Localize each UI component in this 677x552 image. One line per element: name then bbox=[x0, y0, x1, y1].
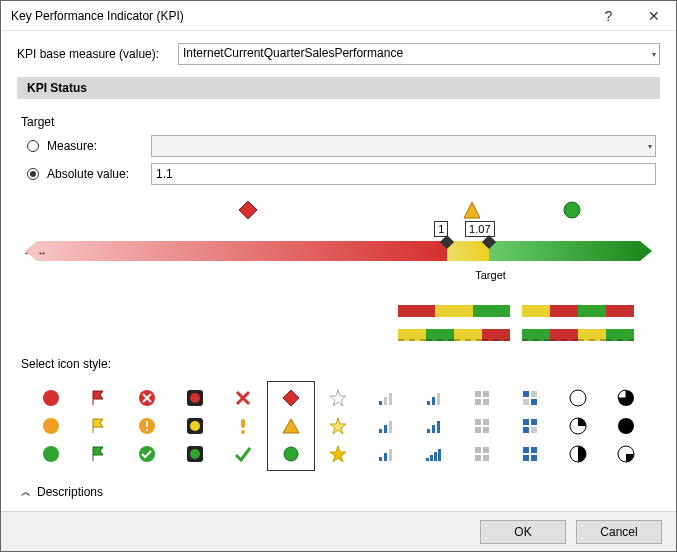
svg-point-12 bbox=[190, 393, 200, 403]
svg-rect-26 bbox=[384, 397, 387, 405]
svg-rect-43 bbox=[438, 449, 441, 461]
svg-point-16 bbox=[190, 449, 200, 459]
threshold-slider: 1 1.07 ↔ ↔ Target bbox=[27, 201, 650, 291]
svg-marker-0 bbox=[239, 201, 257, 219]
iconstyle-pies-a[interactable] bbox=[554, 381, 602, 471]
svg-point-4 bbox=[43, 418, 59, 434]
svg-marker-19 bbox=[283, 390, 299, 406]
pattern-row-2 bbox=[21, 329, 634, 341]
svg-rect-46 bbox=[475, 399, 481, 405]
svg-rect-54 bbox=[475, 455, 481, 461]
svg-rect-27 bbox=[389, 393, 392, 405]
target-measure-row: Measure: ▾ bbox=[27, 135, 656, 157]
svg-rect-35 bbox=[432, 397, 435, 405]
svg-rect-34 bbox=[427, 401, 430, 405]
iconstyle-squares-b[interactable] bbox=[506, 381, 554, 471]
squares-a-3-icon bbox=[472, 444, 492, 464]
absolute-radio[interactable] bbox=[27, 168, 39, 180]
circle-icon bbox=[563, 201, 581, 219]
diamond-red-icon bbox=[281, 388, 301, 408]
svg-point-18 bbox=[241, 430, 245, 434]
svg-rect-47 bbox=[483, 399, 489, 405]
threshold-values: 1 1.07 bbox=[27, 221, 650, 239]
iconstyle-flags[interactable] bbox=[75, 381, 123, 471]
icon-style-label: Select icon style: bbox=[21, 357, 656, 371]
svg-rect-60 bbox=[523, 419, 529, 425]
iconstyle-lights[interactable] bbox=[171, 381, 219, 471]
x-mark-icon bbox=[233, 388, 253, 408]
kpi-status-body: Target Measure: ▾ Absolute value: 1 1.0 bbox=[17, 109, 660, 503]
iconstyle-stars[interactable] bbox=[315, 381, 363, 471]
svg-point-21 bbox=[284, 447, 298, 461]
iconstyle-gems[interactable] bbox=[267, 381, 315, 471]
bars-a-mid-icon bbox=[376, 416, 396, 436]
pie-empty-icon bbox=[616, 444, 636, 464]
ok-button[interactable]: OK bbox=[480, 520, 566, 544]
badge-excl-icon bbox=[137, 416, 157, 436]
bars-a-low-icon bbox=[376, 388, 396, 408]
measure-combo[interactable] bbox=[151, 135, 656, 157]
svg-rect-58 bbox=[523, 399, 529, 405]
base-measure-row: KPI base measure (value): InternetCurren… bbox=[17, 43, 660, 65]
iconstyle-pies-b[interactable] bbox=[602, 381, 650, 471]
icon-style-grid bbox=[27, 381, 650, 471]
svg-rect-30 bbox=[389, 421, 392, 433]
svg-rect-52 bbox=[475, 447, 481, 453]
window-title: Key Performance Indicator (KPI) bbox=[11, 9, 586, 23]
close-button[interactable]: ✕ bbox=[631, 1, 676, 31]
iconstyle-squares-a[interactable] bbox=[458, 381, 506, 471]
measure-combo-wrap: ▾ bbox=[151, 135, 656, 157]
iconstyle-circles[interactable] bbox=[27, 381, 75, 471]
svg-rect-49 bbox=[483, 419, 489, 425]
bars-b-mid-icon bbox=[424, 416, 444, 436]
triangle-icon bbox=[463, 201, 481, 219]
svg-rect-36 bbox=[437, 393, 440, 405]
circle-red-icon bbox=[41, 388, 61, 408]
svg-marker-20 bbox=[283, 419, 299, 433]
badge-x-icon bbox=[137, 388, 157, 408]
bars-b-low-icon bbox=[424, 388, 444, 408]
light-red-icon bbox=[185, 388, 205, 408]
descriptions-toggle[interactable]: ︽ Descriptions bbox=[21, 485, 656, 499]
check-icon bbox=[233, 444, 253, 464]
svg-rect-33 bbox=[389, 449, 392, 461]
cancel-button[interactable]: Cancel bbox=[576, 520, 662, 544]
absolute-value-input[interactable] bbox=[151, 163, 656, 185]
titlebar: Key Performance Indicator (KPI) ? ✕ bbox=[1, 1, 676, 31]
iconstyle-bars-a[interactable] bbox=[362, 381, 410, 471]
svg-rect-39 bbox=[437, 421, 440, 433]
flag-red-icon bbox=[89, 388, 109, 408]
iconstyle-badges[interactable] bbox=[123, 381, 171, 471]
svg-marker-22 bbox=[330, 390, 346, 406]
pattern-c[interactable] bbox=[398, 329, 510, 341]
flag-yellow-icon bbox=[89, 416, 109, 436]
circle-green2-icon bbox=[281, 444, 301, 464]
bars-b-high-icon bbox=[424, 444, 444, 464]
dialog-content: KPI base measure (value): InternetCurren… bbox=[1, 31, 676, 511]
pattern-d[interactable] bbox=[522, 329, 634, 341]
svg-marker-24 bbox=[330, 446, 346, 462]
triangle-orange-icon bbox=[281, 416, 301, 436]
iconstyle-marks[interactable] bbox=[219, 381, 267, 471]
svg-rect-8 bbox=[146, 421, 148, 427]
chevron-icon: ︽ bbox=[21, 485, 31, 499]
pie-50-icon bbox=[568, 444, 588, 464]
bars-a-mid2-icon bbox=[376, 444, 396, 464]
svg-rect-64 bbox=[523, 447, 529, 453]
right-handle-icon[interactable]: ↔ bbox=[37, 247, 660, 258]
pattern-a[interactable] bbox=[398, 305, 510, 317]
help-button[interactable]: ? bbox=[586, 1, 631, 31]
pattern-b[interactable] bbox=[522, 305, 634, 317]
svg-point-14 bbox=[190, 421, 200, 431]
measure-radio[interactable] bbox=[27, 140, 39, 152]
threshold-2-value[interactable]: 1.07 bbox=[465, 221, 494, 237]
iconstyle-bars-b[interactable] bbox=[410, 381, 458, 471]
svg-rect-37 bbox=[427, 429, 430, 433]
target-label: Target bbox=[21, 115, 656, 129]
star-outline-icon bbox=[328, 388, 348, 408]
svg-rect-9 bbox=[146, 429, 148, 431]
base-measure-combo-wrap: InternetCurrentQuarterSalesPerformance ▾ bbox=[178, 43, 660, 65]
base-measure-combo[interactable]: InternetCurrentQuarterSalesPerformance bbox=[178, 43, 660, 65]
badge-check-icon bbox=[137, 444, 157, 464]
svg-rect-17 bbox=[241, 419, 245, 428]
